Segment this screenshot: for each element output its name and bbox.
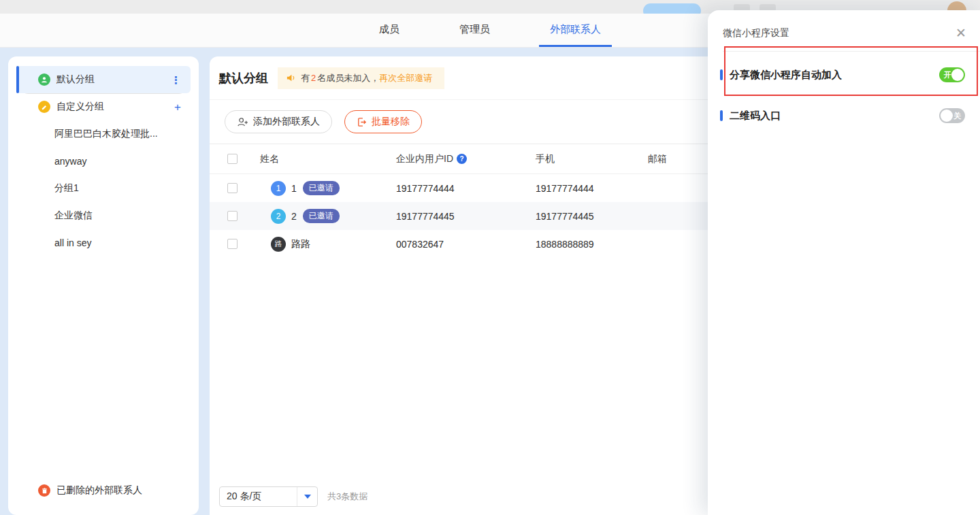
name-cell: 2 2 已邀请 [260, 209, 396, 224]
add-external-contact-label: 添加外部联系人 [253, 116, 320, 128]
phone-cell: 19177774445 [536, 211, 648, 222]
invite-banner: 有2名成员未加入，再次全部邀请 [278, 67, 444, 89]
auto-join-toggle[interactable]: 开 [939, 67, 965, 82]
select-all-checkbox[interactable] [227, 154, 238, 164]
toggle-knob [951, 69, 964, 81]
invited-badge: 已邀请 [303, 209, 340, 223]
column-header-name: 姓名 [260, 153, 396, 165]
help-icon[interactable]: ? [457, 154, 467, 164]
sidebar-subgroup[interactable]: all in sey [8, 229, 199, 256]
export-remove-icon [357, 117, 367, 127]
phone-cell: 19177774444 [536, 183, 648, 194]
panel-header: 微信小程序设置 ✕ [708, 10, 980, 39]
page-size-value: 20 条/页 [220, 491, 297, 503]
group-label: 自定义分组 [56, 101, 104, 113]
toggle-state-label: 开 [944, 67, 951, 82]
toggle-state-label: 关 [953, 108, 961, 123]
chevron-down-icon[interactable] [297, 487, 317, 506]
row-checkbox[interactable] [227, 211, 238, 221]
contact-name: 路路 [291, 238, 310, 250]
avatar: 2 [271, 209, 286, 224]
panel-title: 微信小程序设置 [723, 27, 789, 39]
name-cell: 1 1 已邀请 [260, 181, 396, 196]
column-header-phone: 手机 [536, 153, 648, 165]
page-size-select[interactable]: 20 条/页 [219, 486, 318, 507]
tab-members[interactable]: 成员 [368, 14, 410, 47]
batch-remove-label: 批量移除 [372, 116, 410, 128]
sidebar: 全部联系人 默认分组 ⋮ 自定义分组 + 阿里巴巴白木胶处理批... anywa… [8, 56, 199, 515]
contact-name: 2 [291, 211, 297, 222]
phone-cell: 18888888889 [536, 239, 648, 250]
group-more-icon[interactable]: ⋮ [171, 75, 181, 85]
setting-label: 二维码入口 [730, 110, 781, 122]
name-cell: 路 路路 [260, 237, 396, 252]
pagination: 20 条/页 共3条数据 [219, 486, 368, 507]
setting-label: 分享微信小程序自动加入 [730, 69, 842, 82]
sidebar-group-custom[interactable]: 自定义分组 + [16, 93, 191, 120]
sidebar-subgroup[interactable]: 分组1 [8, 175, 199, 202]
banner-text: 有2名成员未加入，再次全部邀请 [301, 72, 432, 84]
trash-icon [38, 484, 50, 497]
add-group-icon[interactable]: + [174, 101, 181, 113]
tab-external-contacts[interactable]: 外部联系人 [539, 14, 612, 47]
person-icon [38, 73, 50, 86]
column-header-uid: 企业内用户ID ? [396, 153, 536, 165]
deleted-contacts-label: 已删除的外部联系人 [56, 484, 142, 497]
blue-marker-bar [720, 110, 723, 121]
divider [723, 51, 980, 52]
person-plus-icon [237, 117, 248, 127]
wechat-miniprogram-settings-panel: 微信小程序设置 ✕ 分享微信小程序自动加入 开 二维码入口 关 [708, 10, 980, 515]
total-count: 共3条数据 [327, 491, 368, 503]
selected-indicator-bar [16, 66, 19, 93]
close-icon[interactable]: ✕ [956, 27, 966, 39]
row-checkbox[interactable] [227, 183, 238, 193]
qrcode-entry-toggle[interactable]: 关 [939, 108, 965, 123]
blue-marker-bar [720, 69, 723, 80]
row-checkbox[interactable] [227, 239, 238, 249]
avatar: 1 [271, 181, 286, 196]
pencil-icon [38, 101, 50, 113]
sidebar-subgroup[interactable]: 企业微信 [8, 202, 199, 229]
add-external-contact-button[interactable]: 添加外部联系人 [225, 110, 332, 133]
speaker-icon [286, 73, 296, 83]
sidebar-subgroup[interactable]: anyway [8, 148, 199, 175]
faded-primary-button [643, 3, 701, 14]
page-title: 默认分组 [219, 70, 268, 86]
sidebar-group-default[interactable]: 默认分组 ⋮ [16, 66, 191, 93]
group-label: 默认分组 [56, 73, 95, 86]
uid-cell: 19177774445 [396, 211, 536, 222]
uid-cell: 19177774444 [396, 183, 536, 194]
uninvited-count: 2 [310, 73, 317, 83]
sidebar-subgroup[interactable]: 阿里巴巴白木胶处理批... [8, 120, 199, 148]
setting-row-auto-join: 分享微信小程序自动加入 开 [708, 61, 980, 88]
reinvite-all-link[interactable]: 再次全部邀请 [379, 73, 432, 83]
invited-badge: 已邀请 [303, 181, 340, 195]
uid-cell: 007832647 [396, 239, 536, 250]
avatar: 路 [271, 237, 286, 252]
tab-admins[interactable]: 管理员 [448, 14, 501, 47]
contact-name: 1 [291, 183, 297, 194]
deleted-contacts-item[interactable]: 已删除的外部联系人 [8, 478, 199, 503]
batch-remove-button[interactable]: 批量移除 [344, 110, 422, 133]
setting-row-qrcode-entry: 二维码入口 关 [708, 102, 980, 129]
toggle-knob [941, 110, 953, 122]
